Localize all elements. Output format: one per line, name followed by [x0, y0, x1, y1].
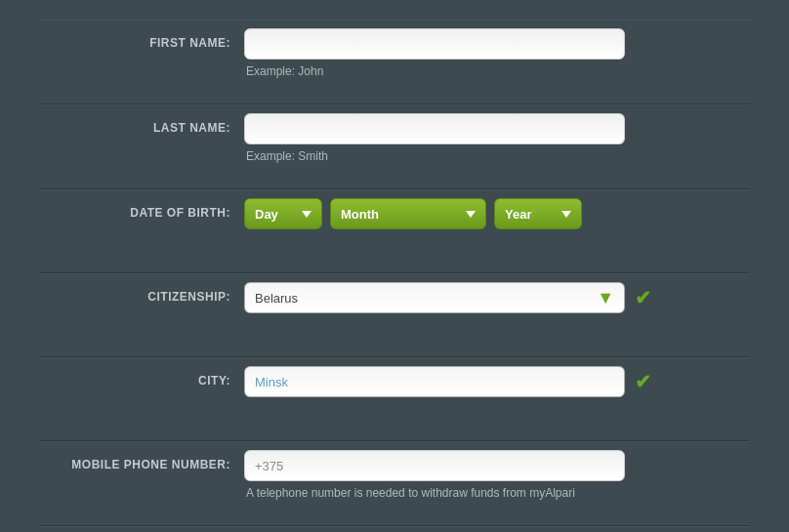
city-row: CITY: ✔	[39, 366, 750, 415]
citizenship-select[interactable]: Belarus ▼	[244, 282, 625, 313]
phone-row: MOBILE PHONE NUMBER: A telephone number …	[39, 450, 750, 500]
last-name-input[interactable]	[244, 113, 625, 144]
dob-row: DATE OF BIRTH: Day Month Year	[39, 198, 750, 247]
phone-input[interactable]	[244, 450, 625, 481]
city-field-wrap: ✔	[244, 366, 750, 397]
citizenship-value: Belarus	[255, 291, 298, 306]
last-name-label: LAST NAME:	[39, 113, 244, 135]
city-input[interactable]	[244, 366, 625, 397]
citizenship-arrow-icon: ▼	[597, 288, 614, 308]
city-wrap: ✔	[244, 366, 750, 397]
last-name-hint: Example: Smith	[244, 149, 750, 163]
city-label: CITY:	[39, 366, 244, 388]
dob-month-select[interactable]: Month	[330, 198, 486, 229]
phone-field-wrap: A telephone number is needed to withdraw…	[244, 450, 750, 500]
first-name-label: FIRST NAME:	[39, 28, 244, 50]
dob-selects: Day Month Year	[244, 198, 750, 229]
first-name-field-wrap: Example: John	[244, 28, 750, 78]
dob-field-wrap: Day Month Year	[244, 198, 750, 229]
dob-year-label: Year	[505, 207, 531, 222]
phone-label: MOBILE PHONE NUMBER:	[39, 450, 244, 471]
dob-day-label: Day	[255, 207, 278, 222]
citizenship-field-wrap: Belarus ▼ ✔	[244, 282, 750, 313]
registration-form: FIRST NAME: Example: John LAST NAME: Exa…	[0, 0, 789, 532]
first-name-hint: Example: John	[244, 64, 750, 78]
last-name-field-wrap: Example: Smith	[244, 113, 750, 163]
first-name-row: FIRST NAME: Example: John	[39, 28, 750, 78]
citizenship-wrap: Belarus ▼ ✔	[244, 282, 750, 313]
dob-label: DATE OF BIRTH:	[39, 198, 244, 220]
phone-hint: A telephone number is needed to withdraw…	[244, 486, 750, 500]
citizenship-row: CITIZENSHIP: Belarus ▼ ✔	[39, 282, 750, 331]
citizenship-checkmark-icon: ✔	[635, 286, 651, 309]
dob-month-arrow-icon	[466, 211, 476, 218]
last-name-row: LAST NAME: Example: Smith	[39, 113, 750, 163]
city-checkmark-icon: ✔	[635, 370, 651, 393]
dob-year-arrow-icon	[561, 211, 571, 218]
dob-day-arrow-icon	[302, 211, 311, 218]
dob-day-select[interactable]: Day	[244, 198, 322, 229]
dob-month-label: Month	[341, 207, 379, 222]
dob-year-select[interactable]: Year	[494, 198, 582, 229]
citizenship-label: CITIZENSHIP:	[39, 282, 244, 304]
first-name-input[interactable]	[244, 28, 625, 60]
